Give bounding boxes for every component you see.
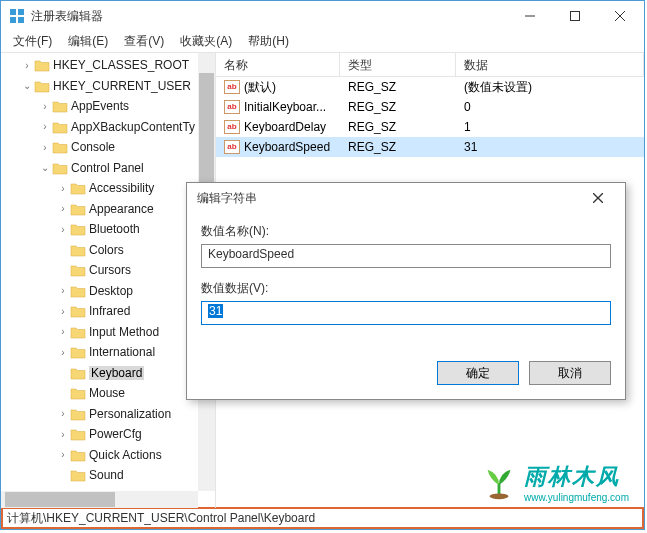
- expander-icon[interactable]: ›: [57, 408, 69, 419]
- tree-item-label: Cursors: [89, 263, 131, 277]
- expander-icon[interactable]: ›: [57, 285, 69, 296]
- expander-icon[interactable]: ⌄: [21, 80, 33, 91]
- tree-item[interactable]: ⌄Control Panel: [1, 158, 215, 179]
- tree-item[interactable]: ›International: [1, 342, 215, 363]
- col-header-data[interactable]: 数据: [456, 53, 644, 76]
- cancel-button[interactable]: 取消: [529, 361, 611, 385]
- expander-icon[interactable]: ›: [57, 449, 69, 460]
- string-value-icon: ab: [224, 140, 240, 154]
- minimize-button[interactable]: [507, 2, 552, 30]
- tree-item[interactable]: Cursors: [1, 260, 215, 281]
- expander-icon[interactable]: ›: [39, 101, 51, 112]
- value-name-input[interactable]: KeyboardSpeed: [201, 244, 611, 268]
- value-data: (数值未设置): [456, 79, 644, 96]
- folder-icon: [70, 284, 86, 298]
- value-type: REG_SZ: [340, 100, 456, 114]
- list-row[interactable]: abKeyboardSpeedREG_SZ31: [216, 137, 644, 157]
- value-type: REG_SZ: [340, 140, 456, 154]
- menu-edit[interactable]: 编辑(E): [60, 31, 116, 52]
- folder-icon: [70, 181, 86, 195]
- tree-item[interactable]: ›Input Method: [1, 322, 215, 343]
- value-type: REG_SZ: [340, 80, 456, 94]
- statusbar-path: 计算机\HKEY_CURRENT_USER\Control Panel\Keyb…: [1, 507, 644, 529]
- expander-icon[interactable]: ›: [57, 224, 69, 235]
- svg-rect-0: [10, 9, 16, 15]
- expander-icon[interactable]: ›: [21, 60, 33, 71]
- tree-item[interactable]: ›HKEY_CLASSES_ROOT: [1, 55, 215, 76]
- tree-item[interactable]: ›PowerCfg: [1, 424, 215, 445]
- maximize-button[interactable]: [552, 2, 597, 30]
- tree-item[interactable]: Keyboard: [1, 363, 215, 384]
- folder-icon: [52, 99, 68, 113]
- tree-item-label: Accessibility: [89, 181, 154, 195]
- folder-icon: [70, 263, 86, 277]
- tree-item[interactable]: ›Quick Actions: [1, 445, 215, 466]
- path-text: 计算机\HKEY_CURRENT_USER\Control Panel\Keyb…: [7, 510, 315, 527]
- ok-button[interactable]: 确定: [437, 361, 519, 385]
- watermark-brand: 雨林木风: [524, 462, 629, 492]
- tree-item-label: Desktop: [89, 284, 133, 298]
- tree-item[interactable]: Colors: [1, 240, 215, 261]
- expander-icon[interactable]: ›: [39, 142, 51, 153]
- folder-icon: [70, 366, 86, 380]
- expander-icon[interactable]: ›: [57, 429, 69, 440]
- value-data-input[interactable]: 31: [201, 301, 611, 325]
- string-value-icon: ab: [224, 80, 240, 94]
- folder-icon: [70, 202, 86, 216]
- tree-item-label: PowerCfg: [89, 427, 142, 441]
- value-data-label: 数值数据(V):: [201, 280, 611, 297]
- list-row[interactable]: abInitialKeyboar...REG_SZ0: [216, 97, 644, 117]
- watermark-url: www.yulingmufeng.com: [524, 492, 629, 503]
- value-name: KeyboardDelay: [244, 120, 326, 134]
- tree-pane: ›HKEY_CLASSES_ROOT⌄HKEY_CURRENT_USER›App…: [1, 53, 216, 508]
- value-name: (默认): [244, 79, 276, 96]
- tree-item[interactable]: ›Desktop: [1, 281, 215, 302]
- menubar: 文件(F) 编辑(E) 查看(V) 收藏夹(A) 帮助(H): [1, 31, 644, 53]
- menu-file[interactable]: 文件(F): [5, 31, 60, 52]
- menu-favorites[interactable]: 收藏夹(A): [172, 31, 240, 52]
- col-header-type[interactable]: 类型: [340, 53, 456, 76]
- window-title: 注册表编辑器: [31, 8, 507, 25]
- expander-icon[interactable]: ›: [39, 121, 51, 132]
- tree-item-label: Colors: [89, 243, 124, 257]
- dialog-title: 编辑字符串: [197, 190, 581, 207]
- tree-hscrollbar[interactable]: [1, 491, 198, 508]
- close-button[interactable]: [597, 2, 642, 30]
- tree-item[interactable]: Sound: [1, 465, 215, 486]
- tree-item[interactable]: ›Console: [1, 137, 215, 158]
- tree-item[interactable]: ›Appearance: [1, 199, 215, 220]
- folder-icon: [34, 79, 50, 93]
- menu-help[interactable]: 帮助(H): [240, 31, 297, 52]
- tree-item[interactable]: ›Personalization: [1, 404, 215, 425]
- tree-item-label: Sound: [89, 468, 124, 482]
- expander-icon[interactable]: ›: [57, 306, 69, 317]
- tree-item-label: Input Method: [89, 325, 159, 339]
- folder-icon: [70, 243, 86, 257]
- tree-item[interactable]: ›Bluetooth: [1, 219, 215, 240]
- titlebar[interactable]: 注册表编辑器: [1, 1, 644, 31]
- expander-icon[interactable]: ›: [57, 183, 69, 194]
- dialog-close-button[interactable]: [581, 185, 615, 211]
- folder-icon: [70, 468, 86, 482]
- tree-item[interactable]: ⌄HKEY_CURRENT_USER: [1, 76, 215, 97]
- tree-item-label: International: [89, 345, 155, 359]
- col-header-name[interactable]: 名称: [216, 53, 340, 76]
- list-row[interactable]: ab(默认)REG_SZ(数值未设置): [216, 77, 644, 97]
- expander-icon[interactable]: ›: [57, 347, 69, 358]
- tree-item[interactable]: ›Accessibility: [1, 178, 215, 199]
- app-icon: [9, 8, 25, 24]
- expander-icon[interactable]: ›: [57, 203, 69, 214]
- list-row[interactable]: abKeyboardDelayREG_SZ1: [216, 117, 644, 137]
- tree-item-label: Personalization: [89, 407, 171, 421]
- expander-icon[interactable]: ›: [57, 326, 69, 337]
- folder-icon: [70, 345, 86, 359]
- svg-point-10: [489, 493, 508, 499]
- menu-view[interactable]: 查看(V): [116, 31, 172, 52]
- tree-item[interactable]: ›AppEvents: [1, 96, 215, 117]
- value-data: 31: [456, 140, 644, 154]
- tree-item[interactable]: Mouse: [1, 383, 215, 404]
- tree-item[interactable]: ›AppXBackupContentTy: [1, 117, 215, 138]
- svg-rect-5: [570, 12, 579, 21]
- tree-item[interactable]: ›Infrared: [1, 301, 215, 322]
- expander-icon[interactable]: ⌄: [39, 162, 51, 173]
